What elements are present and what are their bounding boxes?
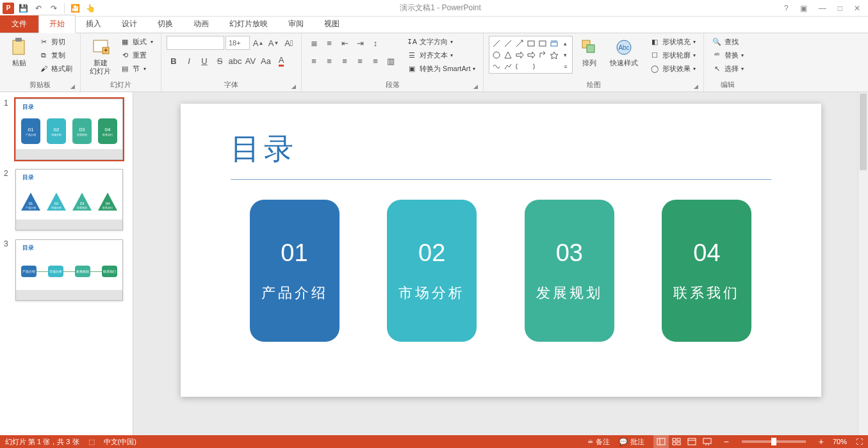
new-slide-button[interactable]: ✦ 新建 幻灯片 (86, 36, 115, 77)
increase-indent-button[interactable]: ⇥ (353, 36, 367, 50)
tab-insert[interactable]: 插入 (76, 15, 111, 33)
notes-area[interactable] (181, 404, 821, 435)
font-family-combo[interactable] (167, 36, 224, 50)
shape-fill-button[interactable]: ◧形状填充▾ (647, 36, 698, 47)
align-left-button[interactable]: ≡ (307, 54, 321, 68)
tab-view[interactable]: 视图 (314, 15, 350, 33)
sorter-view-button[interactable] (669, 435, 684, 448)
bullets-button[interactable]: ≣ (307, 36, 321, 50)
qat-redo[interactable]: ↷ (47, 1, 60, 15)
slide-thumb-3[interactable]: 目录 产品介绍 市场分析 发展规划 联系我们 (15, 239, 123, 301)
paragraph-launcher[interactable]: ◢ (473, 83, 478, 90)
qat-slideshow[interactable]: 🎦 (69, 1, 81, 15)
change-case-button[interactable]: Aa (259, 54, 273, 68)
justify-button[interactable]: ≡ (353, 54, 367, 68)
comments-button[interactable]: 💬 批注 (619, 437, 644, 447)
shapes-gallery[interactable]: ▴ ▾ ≡ (489, 36, 573, 74)
slide-title[interactable]: 目录 (231, 129, 297, 169)
new-slide-icon: ✦ (90, 37, 111, 58)
reset-button[interactable]: ⟲重置 (117, 49, 156, 61)
zoom-percent[interactable]: 70% (833, 438, 847, 445)
clipboard-launcher[interactable]: ◢ (70, 83, 75, 90)
text-direction-button[interactable]: ↧A文字方向▾ (404, 36, 478, 47)
help-button[interactable]: ? (784, 4, 789, 13)
format-painter-label: 格式刷 (51, 64, 72, 74)
card-1[interactable]: 01产品介绍 (250, 200, 340, 342)
shape-effects-button[interactable]: ◯形状效果▾ (647, 63, 698, 74)
slide-thumb-2[interactable]: 目录 01产品介绍 02市场分析 03发展规划 04联系我们 (15, 169, 123, 230)
arrange-button[interactable]: 排列 (575, 36, 603, 68)
tab-home[interactable]: 开始 (38, 15, 76, 33)
notes-button[interactable]: ≐ 备注 (587, 437, 610, 447)
shadow-button[interactable]: abc (228, 54, 242, 68)
zoom-in-button[interactable]: + (819, 436, 824, 447)
clear-formatting-button[interactable]: A⃠ (282, 36, 296, 50)
slide-canvas[interactable]: 目录 01产品介绍 02市场分析 03发展规划 04联系我们 (181, 104, 821, 397)
card-3[interactable]: 03发展规划 (525, 200, 614, 342)
zoom-slider[interactable] (742, 440, 806, 443)
svg-point-12 (493, 52, 500, 58)
zoom-out-button[interactable]: − (724, 436, 729, 447)
distribute-button[interactable]: ≡ (368, 54, 382, 68)
italic-button[interactable]: I (182, 54, 196, 68)
qat-save[interactable]: 💾 (17, 1, 29, 15)
paste-button[interactable]: 粘贴 (5, 36, 33, 68)
increase-font-button[interactable]: A▲ (251, 36, 265, 50)
char-spacing-button[interactable]: AV (243, 54, 258, 68)
font-color-button[interactable]: A (274, 54, 288, 68)
replace-button[interactable]: ᵃᵇ替换▾ (709, 49, 746, 61)
card-4[interactable]: 04联系我们 (662, 200, 751, 342)
slide-editor[interactable]: 目录 01产品介绍 02市场分析 03发展规划 04联系我们 (133, 92, 868, 435)
line-spacing-button[interactable]: ↕ (368, 36, 382, 50)
decrease-indent-button[interactable]: ⇤ (338, 36, 352, 50)
font-size-combo[interactable]: 18+ (225, 36, 250, 50)
numbering-button[interactable]: ≡ (322, 36, 336, 50)
find-button[interactable]: 🔍查找 (709, 36, 746, 47)
quick-styles-button[interactable]: Abc 快速样式 (606, 36, 642, 68)
qat-touch[interactable]: 👆 (84, 1, 97, 15)
align-text-button[interactable]: ☰对齐文本▾ (404, 49, 478, 61)
scroll-thumb[interactable] (860, 93, 867, 170)
align-right-button[interactable]: ≡ (338, 54, 352, 68)
underline-button[interactable]: U (197, 54, 211, 68)
workspace: 1 目录 01产品介绍 02市场分析 03发展规划 04联系我们 2 目录 01… (0, 92, 868, 435)
drawing-launcher[interactable]: ◢ (694, 83, 698, 90)
slideshow-view-button[interactable] (700, 435, 715, 448)
tab-animations[interactable]: 动画 (183, 15, 219, 33)
copy-button[interactable]: ⧉复制 (36, 49, 75, 61)
language-status[interactable]: 中文(中国) (104, 437, 136, 447)
reading-view-button[interactable] (684, 435, 700, 448)
tab-slideshow[interactable]: 幻灯片放映 (219, 15, 278, 33)
bold-button[interactable]: B (167, 54, 181, 68)
font-launcher[interactable]: ◢ (291, 83, 296, 90)
align-center-button[interactable]: ≡ (322, 54, 336, 68)
tab-transitions[interactable]: 切换 (147, 15, 183, 33)
tab-file[interactable]: 文件 (0, 15, 38, 33)
find-label: 查找 (725, 37, 739, 47)
maximize-button[interactable]: □ (838, 4, 842, 13)
normal-view-button[interactable] (653, 435, 669, 448)
decrease-font-button[interactable]: A▼ (266, 36, 281, 50)
shape-outline-button[interactable]: ☐形状轮廓▾ (647, 49, 698, 61)
slide-thumbnail-panel[interactable]: 1 目录 01产品介绍 02市场分析 03发展规划 04联系我们 2 目录 01… (0, 92, 133, 435)
ribbon-display-button[interactable]: ▣ (800, 4, 807, 13)
select-button[interactable]: ↖选择▾ (709, 63, 746, 74)
card-2[interactable]: 02市场分析 (387, 200, 477, 342)
cut-button[interactable]: ✂剪切 (36, 36, 75, 47)
tab-review[interactable]: 审阅 (278, 15, 314, 33)
slide-thumb-1[interactable]: 目录 01产品介绍 02市场分析 03发展规划 04联系我们 (15, 99, 123, 160)
vertical-scrollbar[interactable] (858, 92, 868, 435)
strikethrough-button[interactable]: S (213, 54, 227, 68)
fit-to-window-button[interactable]: ⛶ (856, 438, 863, 445)
columns-button[interactable]: ▥ (384, 54, 398, 68)
tab-design[interactable]: 设计 (111, 15, 147, 33)
format-painter-button[interactable]: 🖌格式刷 (36, 63, 75, 74)
section-button[interactable]: ▤节▾ (117, 63, 156, 74)
spellcheck-icon[interactable]: ⬚ (88, 438, 95, 446)
close-button[interactable]: ✕ (854, 4, 860, 13)
layout-button[interactable]: ▦版式▾ (117, 36, 156, 47)
convert-smartart-button[interactable]: ▣转换为 SmartArt▾ (404, 63, 478, 74)
qat-undo[interactable]: ↶ (32, 1, 45, 15)
zoom-handle[interactable] (771, 438, 776, 445)
minimize-button[interactable]: — (819, 4, 826, 13)
